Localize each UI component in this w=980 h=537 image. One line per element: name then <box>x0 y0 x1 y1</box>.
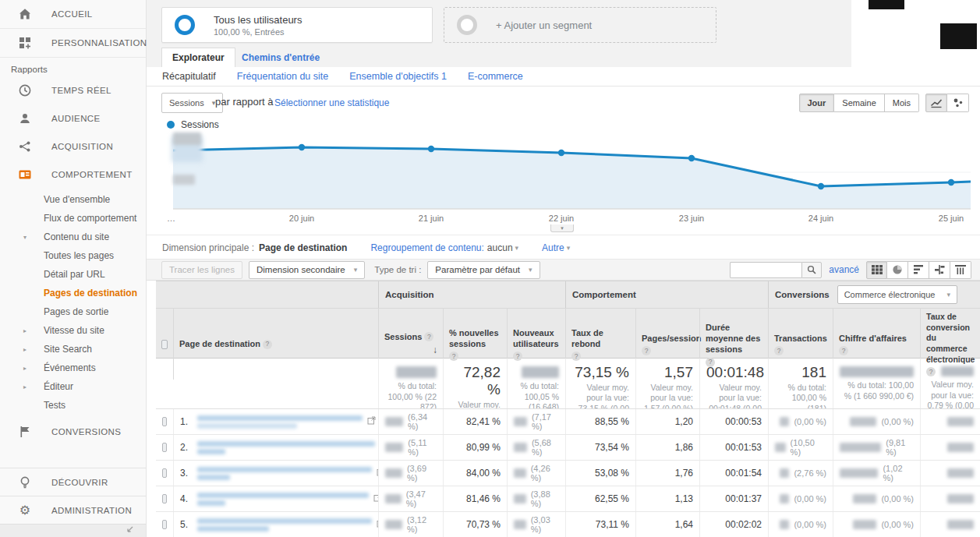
content-grouping-link[interactable]: Regroupement de contenu: <box>370 242 483 253</box>
sidebar-item-editeur[interactable]: ▸Éditeur <box>0 377 146 396</box>
row-checkbox[interactable] <box>162 520 167 529</box>
select-statistic-link[interactable]: Sélectionner une statistique <box>274 97 389 108</box>
tab-explorateur[interactable]: Explorateur <box>161 48 235 67</box>
sidebar-item-contenu-du-site[interactable]: ▾Contenu du site <box>0 228 146 246</box>
add-segment-button[interactable]: + Ajouter un segment <box>444 7 716 43</box>
sidebar-item-pages-de-destination[interactable]: Pages de destination <box>0 284 146 302</box>
page-link-redacted[interactable] <box>197 467 372 480</box>
table-row: 2. (5,11 %) 80,99 % (5,68 %) 73,54 % 1,8… <box>156 435 980 461</box>
sidebar-item-temps-reel[interactable]: TEMPS RÉEL <box>0 76 146 104</box>
redacted-block <box>869 0 904 9</box>
performance-view-icon[interactable] <box>908 261 929 279</box>
summary-transactions: 181 % du total: 100,00 % (181) <box>768 359 833 408</box>
summary-conversion: Valeur moy. pour la vue: 0,79 % (0,00 %) <box>920 359 980 408</box>
customization-icon <box>18 36 32 50</box>
x-tick: 23 juin <box>660 214 723 223</box>
comparison-view-icon[interactable] <box>929 261 950 279</box>
plot-rows-button[interactable]: Tracer les lignes <box>161 261 242 279</box>
redacted-value <box>947 468 974 478</box>
chart-legend: Sessions <box>167 119 219 130</box>
sidebar-item-vue-densemble[interactable]: Vue d'ensemble <box>0 190 146 209</box>
secondary-dimension-button[interactable]: Dimension secondaire ▾ <box>249 261 365 279</box>
sidebar-item-vitesse-du-site[interactable]: ▸Vitesse du site <box>0 321 146 340</box>
metric-dropdown[interactable]: Sessions ▾ <box>161 93 223 113</box>
sort-type-dropdown[interactable]: Paramètre par défaut ▾ <box>427 261 540 279</box>
sidebar-item-audience[interactable]: AUDIENCE <box>0 104 146 132</box>
sidebar-item-pages-de-sortie[interactable]: Pages de sortie <box>0 302 146 321</box>
sidebar-item-site-search[interactable]: ▸Site Search <box>0 340 146 359</box>
row-number: 5. <box>180 519 193 530</box>
sidebar-item-acquisition[interactable]: ACQUISITION <box>0 132 146 161</box>
segment-subtitle: 100,00 %, Entrées <box>214 27 302 37</box>
help-icon: ? <box>839 346 848 355</box>
redacted-y-axis-label <box>173 175 195 185</box>
page-link-redacted[interactable] <box>197 518 372 532</box>
sidebar-item-detail-par-url[interactable]: Détail par URL <box>0 265 146 284</box>
sidebar-item-flux-de-comportement[interactable]: Flux de comportement <box>0 209 146 228</box>
person-icon <box>18 111 32 125</box>
row-checkbox[interactable] <box>162 417 167 426</box>
table-view-icon[interactable] <box>866 261 887 279</box>
row-checkbox[interactable] <box>162 443 167 452</box>
subnav-ecommerce[interactable]: E-commerce <box>468 71 523 82</box>
chevron-down-icon: ▾ <box>529 266 532 274</box>
subnav-recapitulatif[interactable]: Récapitulatif <box>162 71 216 82</box>
subnav-frequentation[interactable]: Fréquentation du site <box>237 71 328 82</box>
row-checkbox[interactable] <box>162 494 167 503</box>
timeline-collapse-handle[interactable]: ▾ <box>550 224 574 232</box>
subnav-objectifs[interactable]: Ensemble d'objectifs 1 <box>349 71 447 82</box>
expand-closed-icon[interactable]: ▸ <box>23 346 27 353</box>
metric-controls: Sessions ▾ par rapport à Sélectionner un… <box>147 87 980 119</box>
row-checkbox[interactable] <box>162 468 167 478</box>
redacted-value <box>780 468 789 478</box>
table-row: 3. (3,69 %) 84,00 % (4,26 %) 53,08 % 1,7… <box>156 461 980 486</box>
summary-duration: 00:01:48 Valeur moy. pour la vue: 00:01:… <box>699 359 768 408</box>
search-icon[interactable] <box>801 262 822 278</box>
chevron-down-icon: ▾ <box>515 244 519 252</box>
redacted-value <box>840 443 881 452</box>
sidebar-item-evenements[interactable]: ▸Événements <box>0 359 146 377</box>
summary-pages: 1,57 Valeur moy. pour la vue: 1,57 (0,00… <box>635 359 699 408</box>
sidebar-item-accueil[interactable]: ACCUEIL <box>0 0 146 29</box>
chart-svg <box>173 131 971 210</box>
page-link-redacted[interactable] <box>197 441 375 454</box>
expand-closed-icon[interactable]: ▸ <box>23 327 27 334</box>
redacted-value <box>947 494 974 503</box>
table-row: 4. (3,47 %) 81,46 % (3,88 %) 62,55 % 1,1… <box>156 486 980 512</box>
motion-chart-icon[interactable] <box>947 94 969 112</box>
line-chart-icon[interactable] <box>925 94 947 112</box>
primary-dimension-page-de-destination[interactable]: Page de destination <box>259 242 347 253</box>
table-search-input[interactable] <box>730 262 801 278</box>
tab-chemins-dentree[interactable]: Chemins d'entrée <box>242 52 320 63</box>
page-link-redacted[interactable] <box>197 493 369 506</box>
content-grouping-value[interactable]: aucun <box>487 242 513 253</box>
sidebar-item-administration[interactable]: ⚙ ADMINISTRATION <box>0 496 146 524</box>
sidebar-item-decouvrir[interactable]: DÉCOUVRIR <box>0 468 146 496</box>
granularity-semaine[interactable]: Semaine <box>834 94 884 112</box>
collapse-sidebar-icon[interactable] <box>126 524 135 537</box>
sidebar-item-tests[interactable]: Tests <box>0 396 146 415</box>
page-link-redacted[interactable] <box>197 415 363 429</box>
pivot-view-icon[interactable] <box>950 261 971 279</box>
redacted-value <box>941 366 974 376</box>
expand-closed-icon[interactable]: ▸ <box>23 365 27 372</box>
percentage-view-icon[interactable] <box>887 261 908 279</box>
expand-closed-icon[interactable]: ▸ <box>23 383 27 390</box>
expand-open-icon[interactable]: ▾ <box>23 234 27 241</box>
sidebar-item-comportement[interactable]: COMPORTEMENT <box>0 161 146 189</box>
chevron-down-icon: ▾ <box>946 291 950 299</box>
advanced-filter-link[interactable]: avancé <box>829 264 859 275</box>
sidebar-item-personnalisation[interactable]: PERSONNALISATION <box>0 29 146 58</box>
select-all-checkbox[interactable] <box>161 340 168 349</box>
sidebar-item-conversions[interactable]: CONVERSIONS <box>0 418 146 446</box>
segment-all-users[interactable]: Tous les utilisateurs 100,00 %, Entrées <box>161 7 433 43</box>
other-dimension-link[interactable]: Autre <box>542 242 564 253</box>
open-in-new-icon[interactable] <box>367 416 377 427</box>
table-row: 1. (6,34 %) 82,41 % (7,17 %) 88,55 % 1,2… <box>156 409 980 435</box>
redacted-value <box>780 494 789 503</box>
sidebar-item-toutes-les-pages[interactable]: Toutes les pages <box>0 246 146 265</box>
granularity-jour[interactable]: Jour <box>799 94 835 112</box>
sessions-area-chart <box>173 131 971 210</box>
ecommerce-goal-dropdown[interactable]: Commerce électronique ▾ <box>837 285 957 304</box>
granularity-mois[interactable]: Mois <box>885 94 919 112</box>
